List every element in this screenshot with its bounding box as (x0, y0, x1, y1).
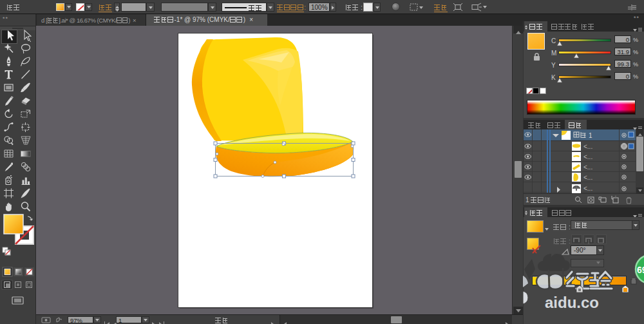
svg-text:<...: <... (583, 143, 592, 150)
svg-text:aidu.co: aidu.co (545, 294, 599, 311)
svg-text:<...: <... (583, 174, 592, 181)
svg-text:1: 1 (589, 132, 592, 139)
svg-text:<...: <... (583, 164, 592, 171)
svg-text:69: 69 (637, 265, 644, 275)
svg-text:<...: <... (583, 185, 592, 192)
svg-text:<...: <... (583, 153, 592, 160)
